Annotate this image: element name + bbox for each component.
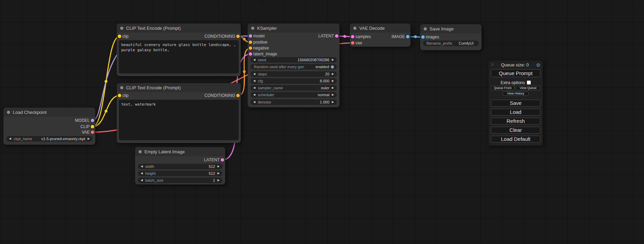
next-option-icon[interactable]: ▶ <box>88 136 90 142</box>
widget-value: 8.000 <box>320 79 329 83</box>
decrement-icon[interactable]: ◀ <box>253 71 255 77</box>
input-pin-samples[interactable] <box>351 35 354 38</box>
collapse-dot-icon[interactable] <box>7 111 10 114</box>
input-pin-clip[interactable] <box>118 94 121 97</box>
widget-value: 512 <box>209 164 215 169</box>
widget-width[interactable]: ◀ width 512 ▶ <box>138 164 222 169</box>
increment-icon[interactable]: ▶ <box>218 171 220 176</box>
widget-name: height <box>145 171 156 175</box>
output-pin-conditioning[interactable] <box>236 35 240 38</box>
output-pin-clip[interactable] <box>91 125 94 128</box>
prev-option-icon[interactable]: ◀ <box>253 85 255 91</box>
input-pin-clip[interactable] <box>118 35 121 38</box>
node-empty-latent-image[interactable]: Empty Latent Image LATENT ◀ width 512 ▶ … <box>135 147 225 184</box>
output-label-latent: LATENT <box>204 157 220 162</box>
output-pin-model[interactable] <box>91 119 94 122</box>
node-title: Load Checkpoint <box>13 110 47 115</box>
input-pin-latent-image[interactable] <box>249 52 252 56</box>
output-pin-conditioning[interactable] <box>236 94 240 97</box>
widget-name: scheduler <box>258 93 274 97</box>
widget-scheduler[interactable]: ◀ scheduler normal ▶ <box>250 92 337 98</box>
increment-icon[interactable]: ▶ <box>218 178 220 183</box>
widget-name: denoise <box>258 100 271 104</box>
collapse-dot-icon[interactable] <box>120 27 123 30</box>
widget-ckpt-name[interactable]: ◀ ckpt_name v1-5-pruned-emaonly.ckpt ▶ <box>6 136 92 142</box>
queue-size-label: Queue size: 0 <box>494 62 536 67</box>
clear-button[interactable]: Clear <box>491 127 540 134</box>
widget-random-seed-toggle[interactable]: Random seed after every gen enabled <box>250 64 337 70</box>
output-label-vae: VAE <box>82 130 90 135</box>
input-pin-negative[interactable] <box>249 46 252 50</box>
collapse-dot-icon[interactable] <box>251 27 254 30</box>
prev-option-icon[interactable]: ◀ <box>9 136 11 142</box>
prompt-text-area[interactable]: text, watermark <box>119 100 239 140</box>
collapse-dot-icon[interactable] <box>120 86 123 89</box>
drag-handle-icon[interactable]: ⠿ <box>491 63 494 67</box>
input-label-samples: samples <box>355 34 371 39</box>
node-load-checkpoint[interactable]: Load Checkpoint MODEL CLIP VAE ◀ ckpt_na… <box>3 108 95 145</box>
queue-front-button[interactable]: Queue Front <box>491 86 514 90</box>
decrement-icon[interactable]: ◀ <box>253 78 255 84</box>
output-label-clip: CLIP <box>80 124 90 129</box>
node-title-bar: VAE Decode <box>350 24 411 33</box>
queue-prompt-button[interactable]: Queue Prompt <box>491 69 540 77</box>
widget-denoise[interactable]: ◀ denoise 1.000 ▶ <box>250 99 337 105</box>
input-pin-positive[interactable] <box>249 40 252 44</box>
widget-batch-size[interactable]: ◀ batch_size 1 ▶ <box>138 178 222 183</box>
widget-value: enabled <box>316 65 329 69</box>
input-pin-model[interactable] <box>249 34 252 38</box>
collapse-dot-icon[interactable] <box>139 150 142 153</box>
settings-gear-icon[interactable]: ⚙ <box>536 62 540 68</box>
increment-icon[interactable]: ▶ <box>332 78 334 84</box>
node-vae-decode[interactable]: VAE Decode samples vae IMAGE <box>350 24 411 47</box>
widget-value: ComfyUI <box>459 41 474 45</box>
widget-seed[interactable]: ◀ seed 156680208700286 ▶ <box>250 57 337 63</box>
widget-name: steps <box>258 72 267 76</box>
node-clip-text-encode-negative[interactable]: CLIP Text Encode (Prompt) clip CONDITION… <box>117 83 241 143</box>
node-title: VAE Decode <box>359 26 385 31</box>
widget-height[interactable]: ◀ height 512 ▶ <box>138 171 222 176</box>
increment-icon[interactable]: ▶ <box>332 71 334 77</box>
widget-value: normal <box>318 93 329 97</box>
save-button[interactable]: Save <box>491 100 540 107</box>
next-option-icon[interactable]: ▶ <box>332 85 334 91</box>
prompt-text-area[interactable]: beautiful scenery nature glass bottle la… <box>119 40 239 73</box>
increment-icon[interactable]: ▶ <box>218 164 220 169</box>
view-history-button[interactable]: View History <box>503 91 529 96</box>
next-option-icon[interactable]: ▶ <box>332 92 334 98</box>
decrement-icon[interactable]: ◀ <box>141 171 143 176</box>
node-title: Empty Latent Image <box>144 149 185 154</box>
output-pin-latent[interactable] <box>221 158 224 162</box>
node-graph-canvas[interactable]: Load Checkpoint MODEL CLIP VAE ◀ ckpt_na… <box>0 0 644 244</box>
prev-option-icon[interactable]: ◀ <box>253 92 255 98</box>
view-queue-button[interactable]: View Queue <box>516 86 540 90</box>
load-button[interactable]: Load <box>491 109 540 116</box>
decrement-icon[interactable]: ◀ <box>253 99 255 105</box>
widget-cfg[interactable]: ◀ cfg 8.000 ▶ <box>250 78 337 84</box>
input-pin-vae[interactable] <box>351 41 354 45</box>
decrement-icon[interactable]: ◀ <box>141 178 143 183</box>
widget-filename-prefix[interactable]: filename_prefix ComfyUI <box>423 40 479 46</box>
widget-name: Random seed after every gen <box>254 65 304 69</box>
widget-value: 512 <box>209 171 215 175</box>
widget-steps[interactable]: ◀ steps 20 ▶ <box>250 71 337 77</box>
collapse-dot-icon[interactable] <box>353 27 356 30</box>
collapse-dot-icon[interactable] <box>424 27 427 30</box>
output-pin-vae[interactable] <box>91 130 94 134</box>
node-title: CLIP Text Encode (Prompt) <box>126 26 181 31</box>
widget-sampler-name[interactable]: ◀ sampler_name euler ▶ <box>250 85 337 91</box>
extra-options-checkbox[interactable] <box>527 81 531 84</box>
node-save-image[interactable]: Save Image images filename_prefix ComfyU… <box>420 24 482 50</box>
decrement-icon[interactable]: ◀ <box>253 57 255 63</box>
output-pin-latent[interactable] <box>335 34 338 38</box>
increment-icon[interactable]: ▶ <box>332 99 334 105</box>
toggle-dot-icon[interactable] <box>331 65 334 69</box>
refresh-button[interactable]: Refresh <box>491 118 540 125</box>
decrement-icon[interactable]: ◀ <box>141 164 143 169</box>
node-ksampler[interactable]: KSampler model positive negative latent_… <box>248 24 339 107</box>
node-clip-text-encode-positive[interactable]: CLIP Text Encode (Prompt) clip CONDITION… <box>117 24 241 76</box>
input-pin-images[interactable] <box>421 35 425 39</box>
load-default-button[interactable]: Load Default <box>491 136 540 143</box>
increment-icon[interactable]: ▶ <box>332 57 334 63</box>
output-pin-image[interactable] <box>406 35 409 38</box>
